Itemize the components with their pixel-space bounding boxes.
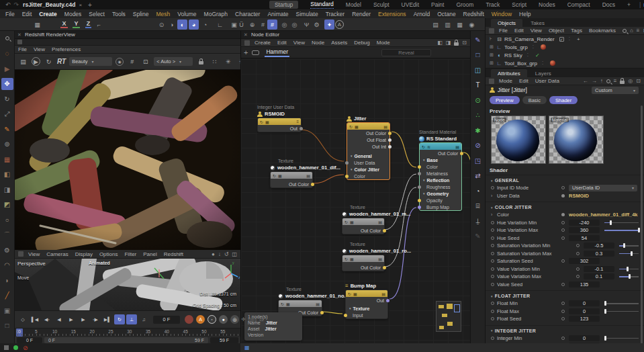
menu-file[interactable]: File	[5, 11, 15, 17]
panel-icon[interactable]: ⊡	[636, 78, 641, 84]
menu-arnold[interactable]: Arnold	[414, 11, 430, 17]
window-icon[interactable]: ▦	[32, 19, 42, 30]
port-out-float[interactable]	[388, 138, 392, 142]
keyframe-circle-icon[interactable]	[561, 317, 565, 320]
material-ball-icon[interactable]: ◉	[467, 19, 477, 30]
menu-filter[interactable]: Filter	[124, 251, 136, 257]
clock-pie-icon[interactable]: ◔	[472, 185, 484, 197]
modeling-icon[interactable]: ✦	[324, 19, 334, 30]
next-frame-button[interactable]: ▶	[78, 314, 89, 324]
graph-list-icon[interactable]	[252, 50, 259, 55]
attr-value-field[interactable]: 54	[569, 235, 600, 241]
dots-grid-icon[interactable]: ∷	[210, 57, 220, 67]
polygons-mode-icon[interactable]: ◔	[200, 19, 210, 30]
attr-value-field[interactable]: 0.3	[584, 251, 614, 257]
attr-value-field[interactable]: 0	[569, 308, 600, 314]
panel-icon[interactable]: ◫	[232, 251, 237, 257]
snap-edge-icon[interactable]: ◑	[167, 19, 177, 30]
rect-tool-icon[interactable]: □	[472, 49, 484, 61]
range-start-field[interactable]: 0 F	[17, 337, 42, 343]
effector-gear-icon[interactable]: ✱	[472, 124, 484, 136]
menu-character[interactable]: Character	[235, 11, 260, 17]
layout-tab-standard[interactable]: Standard	[310, 1, 334, 9]
attributes-scrollbar[interactable]	[641, 105, 643, 352]
attr-value-field[interactable]: 123	[569, 316, 600, 322]
lock-y-button[interactable]: Y	[71, 19, 81, 29]
attr-row-integer-min[interactable]: Integer Min0	[486, 335, 644, 343]
start-render-button[interactable]: ▶	[32, 57, 40, 66]
key-box-icon[interactable]: ⊡	[259, 316, 264, 322]
slider-handle[interactable]	[627, 267, 629, 271]
port-out-color[interactable]	[383, 229, 386, 232]
aov-dropdown[interactable]: Beauty▾	[69, 57, 112, 66]
keyframe-circle-icon[interactable]	[561, 221, 565, 224]
menu-view[interactable]: View	[34, 46, 45, 52]
layout-tab-sculpt[interactable]: Sculpt	[373, 1, 389, 8]
range-slider[interactable]: 0 F 59 F	[44, 337, 208, 343]
node-texture-metal[interactable]: Texture wooden_hammer_01_m... ↻▦▤ Out Co…	[342, 205, 385, 234]
menu-file[interactable]: File	[18, 46, 27, 52]
material-tag-icon[interactable]	[550, 60, 555, 66]
slider-handle[interactable]	[604, 301, 606, 306]
port-out[interactable]	[300, 127, 303, 130]
port-out-int[interactable]	[388, 145, 392, 148]
menu-assets[interactable]: Assets	[331, 40, 347, 46]
attr-value-field[interactable]: -0.5	[584, 243, 614, 249]
frame-icon[interactable]: □	[1, 320, 13, 332]
channels-icon[interactable]: ◉	[116, 58, 124, 66]
menu-options[interactable]: Options	[99, 251, 118, 257]
live-selection-icon[interactable]: ◌	[1, 48, 13, 60]
menu-edit[interactable]: Edit	[519, 78, 528, 84]
tab-attributes[interactable]: Attributes	[491, 69, 527, 77]
gear-icon[interactable]: ⚙	[312, 19, 322, 30]
panel-icon[interactable]: →	[592, 78, 597, 84]
preset-dropdown[interactable]: Custom▾	[592, 87, 639, 94]
snap-enabled-icon[interactable]: #	[267, 19, 277, 30]
close-document-icon[interactable]: ×	[79, 2, 82, 8]
tweak-icon[interactable]: ⊚	[1, 138, 13, 150]
layout-tab-docs[interactable]: Docs	[602, 1, 615, 8]
render-toggle-icon[interactable]: ✓	[559, 37, 564, 42]
menu-tools[interactable]: Tools	[112, 11, 126, 17]
attr-row-value-variation-max[interactable]: Value Variation Max0.1	[486, 273, 644, 281]
attr-slider[interactable]	[619, 251, 639, 257]
material-preview[interactable]: Material	[549, 116, 604, 164]
attr-value-field[interactable]: 0	[569, 300, 600, 306]
keyframe-circle-icon[interactable]	[491, 259, 494, 263]
panel-menu-icon[interactable]	[489, 79, 494, 84]
tab-layers[interactable]: Layers	[528, 69, 558, 77]
set-keyframe-button[interactable]: ◇	[17, 314, 28, 324]
panel-icon[interactable]: ◎	[628, 78, 633, 84]
panel-menu-icon[interactable]	[18, 251, 24, 257]
dome-icon[interactable]: ◠	[1, 259, 13, 271]
camera-label[interactable]: Perspective	[17, 261, 46, 267]
field-sphere-icon[interactable]: ⊙	[472, 94, 484, 106]
menu-view[interactable]: View	[293, 40, 305, 46]
attr-row-user-data[interactable]: ›User DataRSMGID	[486, 192, 644, 200]
keyframe-circle-icon[interactable]	[491, 221, 494, 224]
menu-spline[interactable]: Spline	[133, 11, 149, 17]
panel-menu-icon[interactable]	[244, 40, 250, 46]
menu-bookmarks[interactable]: Bookmarks	[589, 28, 616, 34]
axis-center-icon[interactable]: ⊕	[247, 19, 257, 30]
clamp-toggle[interactable]: ⊥	[126, 314, 137, 324]
keyframe-circle-icon[interactable]	[491, 337, 494, 340]
search-icon[interactable]	[623, 29, 627, 33]
render-settings-icon[interactable]: ▦	[455, 19, 465, 30]
annotate-icon[interactable]: A	[335, 20, 344, 29]
layout-tab-groom[interactable]: Groom	[456, 1, 473, 8]
autokey-button[interactable]: A	[196, 315, 205, 324]
menu-view[interactable]: View	[531, 28, 542, 34]
expand-icon[interactable]: ⊞	[490, 52, 494, 58]
expand-icon[interactable]: ⊞	[490, 44, 494, 50]
panel-icon[interactable]: ◨	[446, 40, 451, 46]
menu-panel[interactable]: Panel	[143, 251, 156, 257]
keyframe-circle-icon[interactable]	[561, 259, 565, 263]
attr-value-field[interactable]: 0.1	[584, 273, 614, 279]
menu-display[interactable]: Display	[75, 251, 93, 257]
menu-help[interactable]: Help	[519, 11, 531, 17]
menu-file[interactable]: File	[499, 28, 508, 34]
prev-frame-button[interactable]: ◀	[54, 314, 64, 324]
goto-end-button[interactable]: ▶▌	[102, 314, 113, 324]
attr-slider[interactable]	[604, 308, 639, 314]
